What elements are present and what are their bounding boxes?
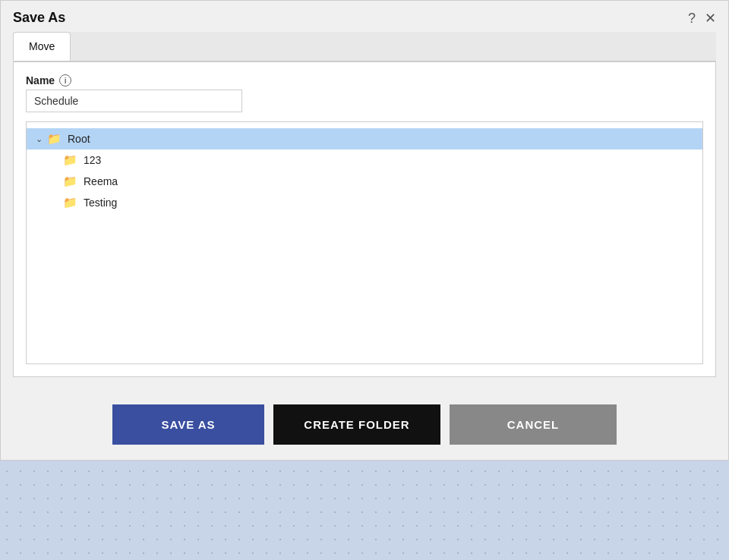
tree-item-123[interactable]: 📁 123 <box>54 149 702 171</box>
tree-item-reema[interactable]: 📁 Reema <box>54 171 702 192</box>
folder-icon: 📁 <box>63 175 77 188</box>
tree-item-root[interactable]: ⌄ 📁 Root <box>27 128 702 149</box>
close-button[interactable]: ✕ <box>705 11 716 25</box>
content-panel: Name i ⌄ 📁 Root 📁 123 📁 <box>13 61 716 377</box>
name-label: Name i <box>26 74 703 87</box>
folder-icon: 📁 <box>63 153 77 167</box>
help-button[interactable]: ? <box>688 11 696 25</box>
dialog-body: Move Name i ⌄ 📁 Root 📁 <box>1 32 728 389</box>
name-field-group: Name i <box>26 74 703 112</box>
tree-children: 📁 123 📁 Reema 📁 Testing <box>27 149 702 213</box>
tree-item-label: Reema <box>84 175 118 187</box>
cancel-button[interactable]: CANCEL <box>450 404 617 445</box>
folder-icon: 📁 <box>63 196 77 209</box>
tab-bar: Move <box>13 32 716 61</box>
tree-item-label: Root <box>68 133 90 145</box>
save-as-button[interactable]: SAVE AS <box>112 404 264 445</box>
dialog-titlebar: Save As ? ✕ <box>1 1 728 32</box>
titlebar-actions: ? ✕ <box>688 11 716 25</box>
create-folder-button[interactable]: CREATE FOLDER <box>273 404 440 445</box>
tree-item-label: 123 <box>84 154 101 166</box>
tree-item-label: Testing <box>84 197 117 209</box>
folder-tree: ⌄ 📁 Root 📁 123 📁 Reema 📁 Te <box>26 121 703 364</box>
dialog-footer: SAVE AS CREATE FOLDER CANCEL <box>1 389 728 460</box>
tab-move[interactable]: Move <box>13 32 71 61</box>
tree-item-testing[interactable]: 📁 Testing <box>54 192 702 213</box>
name-input[interactable] <box>26 90 242 112</box>
info-icon[interactable]: i <box>59 74 71 87</box>
save-as-dialog: Save As ? ✕ Move Name i ⌄ 📁 <box>0 0 729 461</box>
dialog-title: Save As <box>13 10 65 26</box>
folder-icon: 📁 <box>47 132 62 146</box>
chevron-down-icon: ⌄ <box>36 134 43 144</box>
